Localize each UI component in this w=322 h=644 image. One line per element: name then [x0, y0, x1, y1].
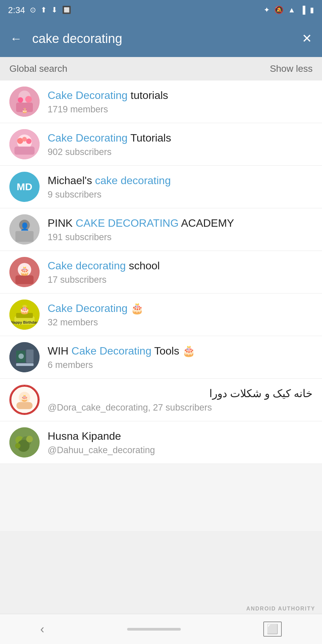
- global-search-label: Global search: [9, 63, 67, 74]
- svg-text:🎂: 🎂: [22, 108, 28, 113]
- svg-point-38: [26, 436, 33, 442]
- svg-point-3: [18, 97, 23, 103]
- result-meta: 17 subscribers: [48, 275, 313, 285]
- result-info: Cake decorating school 17 subscribers: [48, 259, 313, 285]
- result-name: Cake Decorating 🎂: [48, 302, 313, 316]
- status-left: 2:34 ⊙ ⬆ ⬇ 🔲: [8, 5, 71, 15]
- regular-text: Michael's: [48, 174, 95, 186]
- result-meta: 9 subscribers: [48, 190, 313, 200]
- result-name: Cake Decorating tutorials: [48, 89, 313, 103]
- result-name: Husna Kipande: [48, 429, 313, 443]
- list-item[interactable]: 🎂 Cake decorating school 17 subscribers: [0, 251, 322, 293]
- result-info: Cake Decorating 🎂 32 members: [48, 302, 313, 328]
- list-item[interactable]: 🎂 Happy Birthday Cake Decorating 🎂 32 me…: [0, 293, 322, 336]
- list-item[interactable]: Cake Decorating Tutorials 902 subscriber…: [0, 123, 322, 166]
- back-nav-icon: ‹: [40, 622, 44, 636]
- avatar: 🎂: [9, 385, 40, 415]
- regular-text-2: Tools 🎂: [151, 345, 196, 357]
- signal-icon: ▐: [300, 6, 305, 14]
- avatar: MD: [9, 172, 40, 202]
- shield-icon: ⊙: [30, 6, 36, 14]
- result-meta: 1719 members: [48, 104, 313, 115]
- result-info: خانه کیک و شکلات دورا @Dora_cake_decorat…: [48, 387, 313, 413]
- clear-button[interactable]: ✕: [299, 32, 315, 46]
- watermark: ANDROID AUTHORITY: [246, 606, 315, 612]
- home-indicator[interactable]: [127, 628, 181, 631]
- download-icon: ⬇: [51, 6, 57, 14]
- list-item[interactable]: Husna Kipande @Dahuu_cake_decorating: [0, 421, 322, 464]
- avatar: [9, 342, 40, 372]
- result-meta: 191 subscribers: [48, 232, 313, 243]
- wifi-icon: ▲: [288, 6, 296, 14]
- upload-icon: ⬆: [41, 6, 47, 14]
- result-meta: @Dahuu_cake_decorating: [48, 445, 313, 455]
- avatar: 🎂: [9, 87, 40, 117]
- list-item[interactable]: 👤 PINK CAKE DECORATING ACADEMY 191 subsc…: [0, 208, 322, 251]
- highlight-text: cake decorating: [95, 174, 171, 186]
- list-item[interactable]: 🎂 خانه کیک و شکلات دورا @Dora_cake_decor…: [0, 379, 322, 421]
- search-bar: ← ✕: [0, 20, 322, 57]
- back-arrow-icon: ←: [10, 32, 22, 46]
- avatar: [9, 427, 40, 458]
- show-less-button[interactable]: Show less: [270, 63, 313, 74]
- k-icon: 🔲: [62, 6, 71, 14]
- content-spacer: [0, 464, 322, 531]
- bluetooth-icon: ✦: [264, 6, 270, 14]
- status-right-icons: ✦ 🔕 ▲ ▐ ▮: [264, 6, 314, 14]
- result-info: Michael's cake decorating 9 subscribers: [48, 174, 313, 200]
- bottom-nav: ‹ ⬜: [0, 614, 322, 644]
- back-button[interactable]: ←: [7, 32, 25, 46]
- result-meta: 6 members: [48, 360, 313, 370]
- svg-text:🎂: 🎂: [20, 394, 29, 402]
- emoji-text: 🎂: [127, 302, 144, 314]
- avatar: 🎂: [9, 257, 40, 287]
- svg-point-29: [18, 354, 24, 359]
- result-info: Cake Decorating tutorials 1719 members: [48, 89, 313, 115]
- svg-rect-18: [15, 275, 34, 284]
- result-name: خانه کیک و شکلات دورا: [48, 387, 313, 401]
- list-item[interactable]: WIH Cake Decorating Tools 🎂 6 members: [0, 336, 322, 379]
- results-list: 🎂 Cake Decorating tutorials 1719 members: [0, 80, 322, 464]
- back-nav-button[interactable]: ‹: [40, 622, 44, 636]
- result-meta: @Dora_cake_decorating, 27 subscribers: [48, 402, 313, 413]
- recent-apps-button[interactable]: ⬜: [263, 622, 282, 637]
- avatar-initials: MD: [17, 181, 33, 193]
- svg-text:🎂: 🎂: [19, 304, 30, 315]
- svg-text:🎂: 🎂: [19, 265, 30, 276]
- status-bar: 2:34 ⊙ ⬆ ⬇ 🔲 ✦ 🔕 ▲ ▐ ▮: [0, 0, 322, 20]
- highlight-text: CAKE DECORATING: [76, 217, 179, 229]
- close-icon: ✕: [302, 32, 312, 46]
- result-name: Michael's cake decorating: [48, 174, 313, 188]
- result-meta: 902 subscribers: [48, 147, 313, 157]
- svg-rect-28: [16, 363, 34, 366]
- svg-rect-8: [14, 147, 35, 155]
- avatar: [9, 129, 40, 159]
- svg-rect-14: [15, 231, 34, 242]
- result-meta: 32 members: [48, 317, 313, 328]
- status-time: 2:34: [8, 5, 25, 15]
- result-info: WIH Cake Decorating Tools 🎂 6 members: [48, 344, 313, 371]
- list-item[interactable]: 🎂 Cake Decorating tutorials 1719 members: [0, 80, 322, 123]
- highlight-text: Cake decorating: [48, 260, 126, 272]
- global-search-header: Global search Show less: [0, 57, 322, 80]
- mute-icon: 🔕: [274, 6, 283, 14]
- highlight-text: Cake Decorating: [48, 302, 127, 314]
- svg-point-11: [26, 139, 32, 144]
- regular-text: school: [126, 260, 160, 272]
- list-item[interactable]: MD Michael's cake decorating 9 subscribe…: [0, 166, 322, 208]
- highlight-text: Cake Decorating: [71, 345, 151, 357]
- result-name: Cake Decorating Tutorials: [48, 131, 313, 145]
- result-name: Cake decorating school: [48, 259, 313, 273]
- regular-text: WIH: [48, 345, 71, 357]
- svg-text:👤: 👤: [20, 222, 30, 231]
- result-info: PINK CAKE DECORATING ACADEMY 191 subscri…: [48, 216, 313, 243]
- search-input[interactable]: [32, 32, 292, 46]
- svg-point-10: [22, 137, 27, 142]
- highlight-text: Cake Decorating: [48, 89, 127, 101]
- avatar: 🎂 Happy Birthday: [9, 300, 40, 330]
- svg-rect-27: [26, 350, 34, 363]
- recent-apps-icon: ⬜: [263, 622, 282, 637]
- regular-text: Tutorials: [127, 132, 171, 144]
- avatar: 👤: [9, 214, 40, 245]
- svg-point-4: [25, 96, 32, 103]
